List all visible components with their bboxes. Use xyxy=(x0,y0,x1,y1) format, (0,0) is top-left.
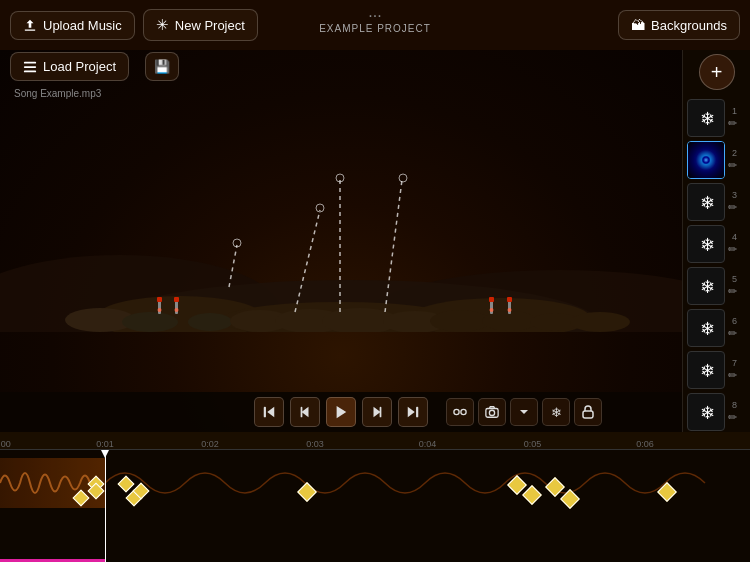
load-project-label: Load Project xyxy=(43,59,116,74)
svg-marker-54 xyxy=(520,410,528,414)
new-project-button[interactable]: ✳ New Project xyxy=(143,9,258,41)
timeline: 0:00 0:01 0:02 0:03 0:04 0:05 0:06 0:00.… xyxy=(0,432,750,562)
skip-start-icon xyxy=(262,405,276,419)
panel-number-5: 5 xyxy=(727,274,737,284)
svg-rect-47 xyxy=(380,407,382,418)
project-dots: ··· xyxy=(319,12,431,20)
step-forward-icon xyxy=(370,405,384,419)
panel-thumb-6[interactable]: ❄ xyxy=(687,309,725,347)
svg-point-23 xyxy=(158,308,162,312)
panel-item-7: ❄ 7✏ xyxy=(683,350,750,390)
ruler-mark-4: 0:04 xyxy=(419,439,437,449)
panel-item-5: ❄ 5✏ xyxy=(683,266,750,306)
snowflake-icon-4: ❄ xyxy=(688,226,725,263)
waveform-right-svg xyxy=(105,458,750,508)
play-button[interactable] xyxy=(326,397,356,427)
edit-icon-2[interactable]: ✏ xyxy=(728,159,737,172)
edit-icon-1[interactable]: ✏ xyxy=(728,117,737,130)
transport-right-controls: ❄ xyxy=(446,398,602,426)
edit-icon-4[interactable]: ✏ xyxy=(728,243,737,256)
add-effect-button[interactable]: + xyxy=(699,54,735,90)
edit-icon-7[interactable]: ✏ xyxy=(728,369,737,382)
panel-number-6: 6 xyxy=(727,316,737,326)
svg-point-11 xyxy=(122,312,178,332)
ruler-mark-2: 0:02 xyxy=(201,439,219,449)
mountain-icon: 🏔 xyxy=(631,17,645,33)
svg-marker-46 xyxy=(374,407,381,418)
panel-item-4: ❄ 4✏ xyxy=(683,224,750,264)
ruler-mark-1: 0:01 xyxy=(96,439,114,449)
svg-marker-48 xyxy=(408,407,415,418)
shuffle-button[interactable] xyxy=(446,398,474,426)
backgrounds-button[interactable]: 🏔 Backgrounds xyxy=(618,10,740,40)
snowflake-icon-3: ❄ xyxy=(688,184,725,221)
asterisk-icon: ✳ xyxy=(156,16,169,34)
project-title-area: ··· EXAMPLE PROJECT xyxy=(319,12,431,34)
panel-item-8: ❄ 8✏ xyxy=(683,392,750,432)
load-project-button[interactable]: Load Project xyxy=(10,52,129,81)
ruler-mark-3: 0:03 xyxy=(306,439,324,449)
panel-number-8: 8 xyxy=(727,400,737,410)
step-forward-button[interactable] xyxy=(362,397,392,427)
scene-svg xyxy=(0,50,682,332)
save-button[interactable]: 💾 xyxy=(145,52,179,81)
panel-thumb-8[interactable]: ❄ xyxy=(687,393,725,431)
panel-item-1: ❄ 1 ✏ xyxy=(683,98,750,138)
snowflake-icon-6: ❄ xyxy=(688,310,725,347)
svg-rect-2 xyxy=(24,66,36,68)
upload-icon xyxy=(23,18,37,32)
save-icon: 💾 xyxy=(154,59,170,74)
panel-item-2: 2 ✏ xyxy=(683,140,750,180)
timeline-ruler: 0:00 0:01 0:02 0:03 0:04 0:05 0:06 xyxy=(0,432,750,450)
skip-to-end-button[interactable] xyxy=(398,397,428,427)
panel-number-1: 1 xyxy=(727,106,737,116)
panel-number-2: 2 xyxy=(727,148,737,158)
svg-rect-1 xyxy=(24,61,36,63)
effects-button[interactable]: ❄ xyxy=(542,398,570,426)
svg-point-17 xyxy=(430,310,490,332)
glow-dot xyxy=(702,156,710,164)
upload-music-label: Upload Music xyxy=(43,18,122,33)
play-icon xyxy=(334,405,348,419)
panel-thumb-1[interactable]: ❄ xyxy=(687,99,725,137)
file-name: Song Example.mp3 xyxy=(14,88,101,99)
project-title: EXAMPLE PROJECT xyxy=(319,23,431,34)
svg-marker-43 xyxy=(302,407,309,418)
active-preview-2 xyxy=(688,142,724,178)
panel-thumb-2[interactable] xyxy=(687,141,725,179)
panel-number-3: 3 xyxy=(727,190,737,200)
playhead-head xyxy=(101,450,109,458)
snowflake-icon-1: ❄ xyxy=(688,100,725,137)
chevron-down-icon xyxy=(519,407,529,417)
edit-icon-3[interactable]: ✏ xyxy=(728,201,737,214)
svg-rect-3 xyxy=(24,70,36,72)
panel-thumb-7[interactable]: ❄ xyxy=(687,351,725,389)
svg-rect-0 xyxy=(25,29,36,30)
panel-thumb-3[interactable]: ❄ xyxy=(687,183,725,221)
svg-point-20 xyxy=(570,312,630,332)
svg-rect-25 xyxy=(174,297,179,302)
ruler-mark-5: 0:05 xyxy=(524,439,542,449)
edit-icon-8[interactable]: ✏ xyxy=(728,411,737,424)
panel-thumb-4[interactable]: ❄ xyxy=(687,225,725,263)
upload-music-button[interactable]: Upload Music xyxy=(10,11,135,40)
panel-number-4: 4 xyxy=(727,232,737,242)
svg-point-12 xyxy=(188,313,232,331)
step-back-button[interactable] xyxy=(290,397,320,427)
lock-button[interactable] xyxy=(574,398,602,426)
camera-button[interactable] xyxy=(478,398,506,426)
panel-item-3: ❄ 3✏ xyxy=(683,182,750,222)
dropdown-button[interactable] xyxy=(510,398,538,426)
list-icon xyxy=(23,60,37,74)
camera-icon xyxy=(485,405,499,419)
lock-icon xyxy=(582,405,594,419)
panel-thumb-5[interactable]: ❄ xyxy=(687,267,725,305)
snowflake-icon-8: ❄ xyxy=(688,394,725,431)
edit-icon-6[interactable]: ✏ xyxy=(728,327,737,340)
svg-marker-41 xyxy=(267,407,274,418)
panel-item-6: ❄ 6✏ xyxy=(683,308,750,348)
svg-point-50 xyxy=(454,409,459,414)
backgrounds-label: Backgrounds xyxy=(651,18,727,33)
skip-to-start-button[interactable] xyxy=(254,397,284,427)
edit-icon-5[interactable]: ✏ xyxy=(728,285,737,298)
